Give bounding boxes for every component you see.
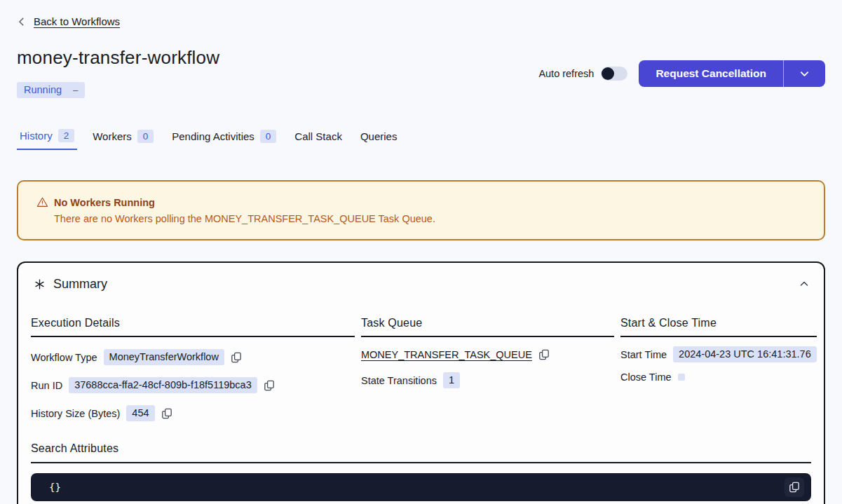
history-size-value: 454 — [126, 405, 154, 421]
search-attributes-code-block: {} — [31, 473, 811, 501]
workflow-type-label: Workflow Type — [31, 352, 97, 363]
auto-refresh-toggle[interactable] — [601, 67, 627, 81]
history-size-label: History Size (Bytes) — [31, 408, 120, 419]
tab-history[interactable]: History 2 — [17, 126, 77, 150]
banner-title: No Workers Running — [54, 197, 155, 208]
chevron-down-icon — [799, 69, 810, 79]
start-time-value: 2024-04-23 UTC 16:41:31.76 — [673, 346, 817, 362]
execution-details-heading: Execution Details — [31, 317, 355, 337]
copy-icon — [538, 349, 550, 360]
back-navigation: Back to Workflows — [17, 0, 825, 27]
summary-card: Summary Execution Details Workflow Type … — [17, 261, 825, 504]
workflow-type-row: Workflow Type MoneyTransferWorkflow — [31, 349, 355, 365]
run-id-row: Run ID 37688cca-ffa2-48cf-809b-f18f5119b… — [31, 377, 355, 393]
tab-queries[interactable]: Queries — [358, 126, 400, 150]
state-transitions-value: 1 — [443, 372, 460, 388]
execution-details-column: Execution Details Workflow Type MoneyTra… — [31, 317, 355, 421]
copy-history-size-button[interactable] — [161, 408, 172, 419]
request-cancellation-split-button: Request Cancellation — [639, 60, 825, 87]
tab-call-stack[interactable]: Call Stack — [292, 126, 345, 150]
copy-run-id-button[interactable] — [264, 380, 275, 391]
cancellation-options-dropdown-button[interactable] — [784, 60, 825, 87]
tab-count-badge: 2 — [58, 129, 75, 142]
time-heading: Start & Close Time — [620, 317, 817, 337]
search-attributes-json: {} — [49, 482, 785, 493]
tab-bar: History 2 Workers 0 Pending Activities 0… — [17, 126, 825, 150]
auto-refresh-control: Auto refresh — [538, 67, 627, 81]
workflow-detail-page: Back to Workflows money-transfer-workflo… — [0, 0, 842, 504]
banner-message: There are no Workers polling the MONEY_T… — [54, 213, 806, 224]
search-attributes-heading: Search Attributes — [31, 442, 811, 463]
task-queue-column: Task Queue MONEY_TRANSFER_TASK_QUEUE Sta… — [361, 317, 614, 421]
state-transitions-row: State Transitions 1 — [361, 372, 614, 388]
chevron-up-icon — [799, 278, 810, 290]
start-time-label: Start Time — [620, 349, 667, 360]
tab-workers[interactable]: Workers 0 — [90, 126, 156, 150]
copy-search-attributes-button[interactable] — [785, 477, 804, 497]
close-time-label: Close Time — [620, 372, 672, 383]
status-badge-duration: – — [73, 85, 78, 95]
summary-title: Summary — [53, 277, 107, 292]
summary-grid: Execution Details Workflow Type MoneyTra… — [31, 317, 811, 421]
summary-card-header: Summary — [31, 277, 811, 292]
collapse-summary-button[interactable] — [799, 278, 810, 290]
run-id-value: 37688cca-ffa2-48cf-809b-f18f5119bca3 — [69, 377, 257, 393]
warning-triangle-icon — [36, 196, 48, 208]
state-transitions-label: State Transitions — [361, 375, 437, 386]
tab-label: Pending Activities — [172, 130, 254, 142]
status-badge: Running – — [17, 82, 85, 98]
copy-icon — [161, 408, 172, 419]
tab-count-badge: 0 — [137, 130, 154, 143]
back-to-workflows-link[interactable]: Back to Workflows — [34, 15, 120, 27]
chevron-left-icon[interactable] — [17, 17, 27, 27]
request-cancellation-button[interactable]: Request Cancellation — [639, 60, 783, 87]
auto-refresh-label: Auto refresh — [538, 68, 594, 79]
time-column: Start & Close Time Start Time 2024-04-23… — [620, 317, 817, 421]
no-workers-warning-banner: No Workers Running There are no Workers … — [17, 180, 825, 240]
tab-pending-activities[interactable]: Pending Activities 0 — [169, 126, 279, 150]
status-badge-label: Running — [24, 84, 62, 95]
task-queue-link[interactable]: MONEY_TRANSFER_TASK_QUEUE — [361, 349, 532, 360]
task-queue-heading: Task Queue — [361, 317, 614, 337]
close-time-empty-badge — [678, 374, 685, 381]
copy-icon — [789, 482, 800, 493]
tab-label: Workers — [93, 130, 132, 142]
tab-label: Queries — [360, 130, 398, 142]
tab-count-badge: 0 — [260, 130, 277, 143]
copy-task-queue-button[interactable] — [538, 349, 550, 360]
start-time-row: Start Time 2024-04-23 UTC 16:41:31.76 — [620, 346, 817, 362]
copy-workflow-type-button[interactable] — [231, 352, 242, 363]
run-id-label: Run ID — [31, 380, 62, 391]
copy-icon — [264, 380, 275, 391]
tab-label: Call Stack — [294, 130, 342, 142]
header-controls: Auto refresh Request Cancellation — [538, 60, 825, 87]
tab-label: History — [20, 130, 53, 142]
task-queue-link-row: MONEY_TRANSFER_TASK_QUEUE — [361, 349, 614, 360]
copy-icon — [231, 352, 242, 363]
workflow-type-value: MoneyTransferWorkflow — [104, 349, 224, 365]
history-size-row: History Size (Bytes) 454 — [31, 405, 355, 421]
toggle-knob — [602, 67, 614, 80]
close-time-row: Close Time — [620, 372, 817, 383]
banner-title-row: No Workers Running — [36, 196, 806, 208]
asterisk-icon — [34, 278, 46, 290]
